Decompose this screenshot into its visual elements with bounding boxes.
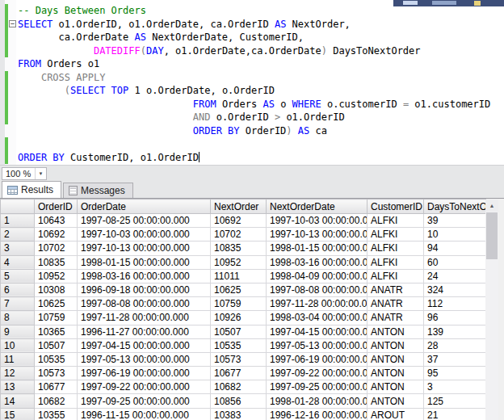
data-cell[interactable]: 1997-05-13 00:00:00.000 [78,352,211,366]
row-number-cell[interactable]: 4 [1,255,35,269]
data-cell[interactable]: ANATR [368,311,424,325]
column-header[interactable]: NextOrder [211,200,267,214]
data-cell[interactable]: 10507 [35,338,78,352]
data-cell[interactable]: 1997-04-15 00:00:00.000 [267,325,368,338]
data-cell[interactable]: 10835 [35,255,78,269]
scroll-up-arrow[interactable]: ▲ [485,200,498,212]
tab-messages[interactable]: Messages [63,183,133,198]
data-cell[interactable]: 1998-01-15 00:00:00.000 [267,242,368,255]
data-cell[interactable]: ANATR [368,297,424,311]
row-number-cell[interactable]: 11 [1,352,35,366]
row-number-cell[interactable]: 10 [1,338,35,352]
data-cell[interactable]: 1996-11-27 00:00:00.000 [78,325,211,338]
data-cell[interactable]: 10952 [35,269,78,283]
data-cell[interactable]: 1997-09-22 00:00:00.000 [78,380,211,394]
zoom-dropdown[interactable]: 100 % ▼ [2,167,47,180]
data-cell[interactable]: 1997-11-28 00:00:00.000 [78,311,211,325]
data-cell[interactable]: 1997-06-19 00:00:00.000 [78,367,211,380]
chevron-down-icon[interactable]: ▼ [35,168,46,179]
row-number-cell[interactable]: 2 [1,228,35,242]
data-cell[interactable]: 10692 [35,228,78,242]
data-cell[interactable]: AROUT [368,408,424,420]
data-cell[interactable]: 1997-08-08 00:00:00.000 [78,297,211,311]
data-cell[interactable]: 37 [424,352,486,366]
column-header[interactable]: OrderID [35,200,78,214]
data-cell[interactable]: ANTON [368,367,424,380]
data-cell[interactable]: 10702 [211,228,267,242]
data-cell[interactable]: 1998-03-16 00:00:00.000 [78,269,211,283]
data-cell[interactable]: 3 [424,380,486,394]
data-cell[interactable]: 1997-04-15 00:00:00.000 [78,338,211,352]
data-cell[interactable]: 10625 [35,297,78,311]
data-cell[interactable]: 10682 [211,380,267,394]
data-cell[interactable]: 10677 [211,367,267,380]
data-cell[interactable]: 1997-05-13 00:00:00.000 [267,338,368,352]
data-cell[interactable]: 10759 [211,297,267,311]
data-cell[interactable]: 10677 [35,380,78,394]
data-cell[interactable]: 1997-08-08 00:00:00.000 [267,283,368,296]
data-cell[interactable]: 1998-01-15 00:00:00.000 [78,255,211,269]
row-number-cell[interactable]: 14 [1,394,35,408]
data-cell[interactable]: 10682 [35,394,78,408]
grid-vertical-scrollbar[interactable]: ▲ [485,200,498,420]
row-number-cell[interactable]: 15 [1,408,35,420]
data-cell[interactable]: 10643 [35,214,78,228]
data-cell[interactable]: ANTON [368,338,424,352]
data-cell[interactable]: 24 [424,269,486,283]
data-cell[interactable]: 10507 [211,325,267,338]
data-cell[interactable]: 125 [424,394,486,408]
data-cell[interactable]: 1997-11-28 00:00:00.000 [267,297,368,311]
data-cell[interactable]: 10759 [35,311,78,325]
column-header[interactable]: OrderDate [78,200,211,214]
data-cell[interactable]: 10573 [211,352,267,366]
data-cell[interactable]: 39 [424,214,486,228]
row-number-cell[interactable]: 1 [1,214,35,228]
data-cell[interactable]: ANTON [368,380,424,394]
data-cell[interactable]: 1998-01-28 00:00:00.000 [267,394,368,408]
data-cell[interactable]: 1998-03-04 00:00:00.000 [267,311,368,325]
data-cell[interactable]: ANTON [368,325,424,338]
scrollbar-thumb[interactable] [486,212,498,259]
data-cell[interactable]: 10308 [35,283,78,296]
data-cell[interactable]: ALFKI [368,242,424,255]
data-cell[interactable]: ALFKI [368,228,424,242]
data-cell[interactable]: 10692 [211,214,267,228]
data-cell[interactable]: 10952 [211,255,267,269]
data-cell[interactable]: 10535 [211,338,267,352]
row-number-cell[interactable]: 12 [1,367,35,380]
data-cell[interactable]: 1997-10-13 00:00:00.000 [267,228,368,242]
data-cell[interactable]: 96 [424,311,486,325]
column-header[interactable]: DaysToNextOrder [424,200,486,214]
data-cell[interactable]: 10383 [211,408,267,420]
data-cell[interactable]: 10 [424,228,486,242]
data-cell[interactable]: 1996-11-15 00:00:00.000 [78,408,211,420]
row-number-cell[interactable]: 8 [1,311,35,325]
data-cell[interactable]: 11011 [211,269,267,283]
data-cell[interactable]: 10856 [211,394,267,408]
row-number-cell[interactable]: 3 [1,242,35,255]
data-cell[interactable]: 1997-10-03 00:00:00.000 [267,214,368,228]
column-header[interactable]: CustomerID [368,200,424,214]
row-number-cell[interactable]: 6 [1,283,35,296]
data-cell[interactable]: ALFKI [368,214,424,228]
data-cell[interactable]: 10573 [35,367,78,380]
data-cell[interactable]: 1997-08-25 00:00:00.000 [78,214,211,228]
data-cell[interactable]: ALFKI [368,255,424,269]
data-cell[interactable]: 21 [424,408,486,420]
data-cell[interactable]: 10355 [35,408,78,420]
data-cell[interactable]: 10702 [35,242,78,255]
data-cell[interactable]: 1997-09-25 00:00:00.000 [78,394,211,408]
data-cell[interactable]: ANTON [368,394,424,408]
data-cell[interactable]: 10535 [35,352,78,366]
data-cell[interactable]: 10625 [211,283,267,296]
query-editor[interactable]: − -- Days Between OrdersSELECT o1.OrderI… [0,0,504,165]
row-number-cell[interactable]: 7 [1,297,35,311]
data-cell[interactable]: 1996-09-18 00:00:00.000 [78,283,211,296]
data-cell[interactable]: ANATR [368,283,424,296]
data-cell[interactable]: 60 [424,255,486,269]
data-cell[interactable]: 1998-03-16 00:00:00.000 [267,255,368,269]
row-number-cell[interactable]: 13 [1,380,35,394]
data-cell[interactable]: 1997-09-25 00:00:00.000 [267,380,368,394]
grid-corner-cell[interactable] [1,200,35,214]
data-cell[interactable]: 324 [424,283,486,296]
